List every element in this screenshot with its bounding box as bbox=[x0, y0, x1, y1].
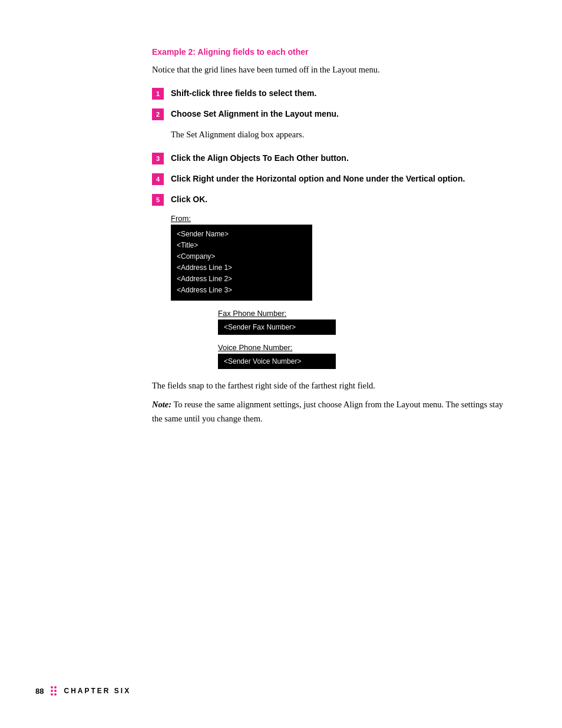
note-label: Note: bbox=[152, 400, 171, 409]
dot-2 bbox=[54, 686, 57, 689]
dot-1 bbox=[51, 686, 53, 689]
footer-dots bbox=[51, 686, 57, 696]
page-footer: 88 Chapter Six bbox=[35, 686, 131, 696]
step-3-badge: 3 bbox=[152, 153, 164, 164]
note-text: Note: To reuse the same alignment settin… bbox=[152, 398, 515, 425]
step-2-row: 2 Choose Set Alignment in the Layout men… bbox=[152, 108, 515, 120]
example-heading: Example 2: Aligning fields to each other bbox=[152, 47, 515, 57]
dot-row-2 bbox=[51, 690, 57, 692]
voice-field: <Sender Voice Number> bbox=[218, 354, 336, 369]
from-field-4: <Address Line 1> bbox=[177, 262, 306, 274]
dot-5 bbox=[51, 693, 53, 696]
dot-3 bbox=[51, 690, 53, 692]
page-container: Example 2: Aligning fields to each other… bbox=[0, 0, 562, 728]
dot-row-1 bbox=[51, 686, 57, 689]
from-field-1: <Sender Name> bbox=[177, 229, 306, 240]
form-preview: From: <Sender Name> <Title> <Company> <A… bbox=[171, 214, 515, 369]
voice-label: Voice Phone Number: bbox=[218, 343, 515, 352]
step-3-row: 3 Click the Align Objects To Each Other … bbox=[152, 152, 515, 164]
from-field-2: <Title> bbox=[177, 240, 306, 251]
step-2-badge: 2 bbox=[152, 108, 164, 120]
step-4-row: 4 Click Right under the Horizontal optio… bbox=[152, 173, 515, 185]
fax-field: <Sender Fax Number> bbox=[218, 319, 336, 335]
dot-4 bbox=[54, 690, 57, 692]
snap-text: The fields snap to the farthest right si… bbox=[152, 380, 515, 393]
chapter-label: Chapter Six bbox=[64, 687, 131, 695]
fax-label: Fax Phone Number: bbox=[218, 309, 515, 318]
from-box: <Sender Name> <Title> <Company> <Address… bbox=[171, 225, 312, 301]
intro-text: Notice that the grid lines have been tur… bbox=[152, 64, 515, 77]
step-1-badge: 1 bbox=[152, 88, 164, 100]
step-4-text: Click Right under the Horizontal option … bbox=[171, 173, 465, 185]
from-label: From: bbox=[171, 214, 515, 223]
step-5-row: 5 Click OK. bbox=[152, 193, 515, 206]
page-number: 88 bbox=[35, 687, 44, 696]
dialog-text: The Set Alignment dialog box appears. bbox=[171, 129, 515, 141]
step-5-text: Click OK. bbox=[171, 193, 207, 206]
dot-6 bbox=[54, 693, 57, 696]
from-field-5: <Address Line 2> bbox=[177, 274, 306, 285]
step-5-badge: 5 bbox=[152, 194, 164, 206]
step-1-text: Shift-click three fields to select them. bbox=[171, 87, 316, 100]
step-1-row: 1 Shift-click three fields to select the… bbox=[152, 87, 515, 100]
fax-group: Fax Phone Number: <Sender Fax Number> bbox=[171, 309, 515, 335]
step-2-text: Choose Set Alignment in the Layout menu. bbox=[171, 108, 339, 120]
step-3-text: Click the Align Objects To Each Other bu… bbox=[171, 152, 349, 164]
note-body: To reuse the same alignment settings, ju… bbox=[152, 400, 503, 423]
from-field-6: <Address Line 3> bbox=[177, 285, 306, 296]
dot-row-3 bbox=[51, 693, 57, 696]
content-area: Example 2: Aligning fields to each other… bbox=[152, 47, 515, 426]
from-field-3: <Company> bbox=[177, 251, 306, 262]
voice-group: Voice Phone Number: <Sender Voice Number… bbox=[171, 343, 515, 369]
step-4-badge: 4 bbox=[152, 173, 164, 185]
